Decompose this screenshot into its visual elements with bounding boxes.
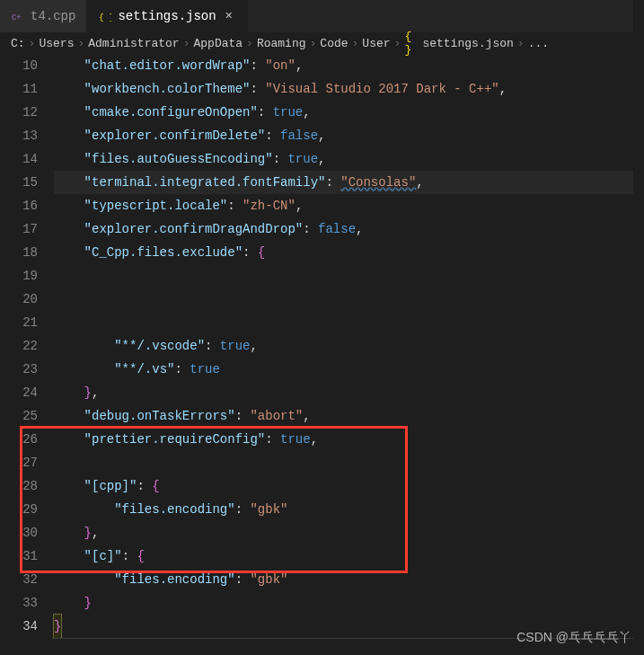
line-number: 18 xyxy=(0,241,38,264)
watermark: CSDN @乓乓乓乓丫 xyxy=(516,630,631,646)
breadcrumb-item[interactable]: Roaming xyxy=(257,37,306,50)
code-content[interactable]: "chat.editor.wordWrap": "on", "workbench… xyxy=(54,54,644,638)
line-number: 15 xyxy=(0,171,38,194)
chevron-right-icon: › xyxy=(246,37,253,50)
cpp-icon: C+ xyxy=(11,9,25,23)
line-number: 17 xyxy=(0,217,38,241)
line-gutter: 1011121314151617181920212223242526272829… xyxy=(0,54,54,638)
code-line[interactable]: } xyxy=(54,591,644,615)
code-line[interactable]: "typescript.locale": "zh-CN", xyxy=(54,194,644,217)
breadcrumb[interactable]: C: › Users › Administrator › AppData › R… xyxy=(0,32,644,54)
line-number: 16 xyxy=(0,194,38,217)
breadcrumb-item[interactable]: User xyxy=(362,37,390,50)
chevron-right-icon: › xyxy=(517,37,525,50)
line-number: 27 xyxy=(0,451,38,474)
code-line[interactable]: }, xyxy=(54,381,644,404)
chevron-right-icon: › xyxy=(394,37,401,50)
code-line[interactable] xyxy=(54,451,644,474)
code-line[interactable]: "cmake.configureOnOpen": true, xyxy=(54,101,644,124)
breadcrumb-item[interactable]: Users xyxy=(39,37,74,50)
line-number: 25 xyxy=(0,404,38,428)
tab-label: t4.cpp xyxy=(31,9,75,23)
chevron-right-icon: › xyxy=(77,37,84,50)
breadcrumb-item[interactable]: Code xyxy=(320,37,348,50)
line-number: 12 xyxy=(0,101,38,124)
code-editor[interactable]: 1011121314151617181920212223242526272829… xyxy=(0,54,644,638)
code-line[interactable]: "prettier.requireConfig": true, xyxy=(54,428,644,451)
line-number: 26 xyxy=(0,428,38,451)
line-number: 11 xyxy=(0,77,38,101)
line-number: 14 xyxy=(0,147,38,171)
chevron-right-icon: › xyxy=(352,37,359,50)
breadcrumb-item[interactable]: Administrator xyxy=(88,37,179,50)
line-number: 10 xyxy=(0,54,38,77)
code-line[interactable] xyxy=(54,264,644,288)
code-line[interactable]: "**/.vscode": true, xyxy=(54,334,644,358)
line-number: 20 xyxy=(0,288,38,311)
line-number: 24 xyxy=(0,381,38,404)
code-line[interactable]: "**/.vs": true xyxy=(54,358,644,381)
code-line[interactable] xyxy=(54,311,644,334)
json-icon: { } xyxy=(404,36,419,50)
code-line[interactable]: "files.autoGuessEncoding": true, xyxy=(54,147,644,171)
tab-label: settings.json xyxy=(118,9,216,23)
chevron-right-icon: › xyxy=(29,37,36,50)
chevron-right-icon: › xyxy=(183,37,190,50)
code-line[interactable] xyxy=(54,288,644,311)
line-number: 31 xyxy=(0,544,38,568)
breadcrumb-item[interactable]: C: xyxy=(11,37,25,50)
chevron-right-icon: › xyxy=(310,37,317,50)
breadcrumb-file[interactable]: settings.json xyxy=(422,37,513,50)
code-line[interactable]: "terminal.integrated.fontFamily": "Conso… xyxy=(54,171,644,194)
code-line[interactable]: "[cpp]": { xyxy=(54,474,644,498)
svg-text:C+: C+ xyxy=(12,13,22,22)
tab-bar: C+ t4.cpp { } settings.json × xyxy=(0,0,644,32)
code-line[interactable]: "chat.editor.wordWrap": "on", xyxy=(54,54,644,77)
tab-settings[interactable]: { } settings.json × xyxy=(87,0,247,32)
line-number: 22 xyxy=(0,334,38,358)
breadcrumb-item[interactable]: AppData xyxy=(193,37,243,50)
close-icon[interactable]: × xyxy=(222,9,236,23)
line-number: 34 xyxy=(0,615,38,638)
code-line[interactable]: "files.encoding": "gbk" xyxy=(54,568,644,591)
scrollbar[interactable] xyxy=(633,0,644,655)
line-number: 30 xyxy=(0,521,38,544)
code-line[interactable]: "explorer.confirmDelete": false, xyxy=(54,124,644,147)
code-line[interactable]: }, xyxy=(54,521,644,544)
json-icon: { } xyxy=(98,9,112,23)
line-number: 23 xyxy=(0,358,38,381)
breadcrumb-trail[interactable]: ... xyxy=(528,37,549,50)
code-line[interactable]: "workbench.colorTheme": "Visual Studio 2… xyxy=(54,77,644,101)
code-line[interactable]: "[c]": { xyxy=(54,544,644,568)
line-number: 13 xyxy=(0,124,38,147)
svg-text:{ }: { } xyxy=(99,13,111,22)
line-number: 28 xyxy=(0,474,38,498)
line-number: 29 xyxy=(0,498,38,521)
code-line[interactable]: "explorer.confirmDragAndDrop": false, xyxy=(54,217,644,241)
tab-t4cpp[interactable]: C+ t4.cpp xyxy=(0,0,87,32)
code-line[interactable]: "debug.onTaskErrors": "abort", xyxy=(54,404,644,428)
line-number: 21 xyxy=(0,311,38,334)
code-line[interactable]: "files.encoding": "gbk" xyxy=(54,498,644,521)
line-number: 19 xyxy=(0,264,38,288)
code-line[interactable]: "C_Cpp.files.exclude": { xyxy=(54,241,644,264)
line-number: 32 xyxy=(0,568,38,591)
line-number: 33 xyxy=(0,591,38,615)
